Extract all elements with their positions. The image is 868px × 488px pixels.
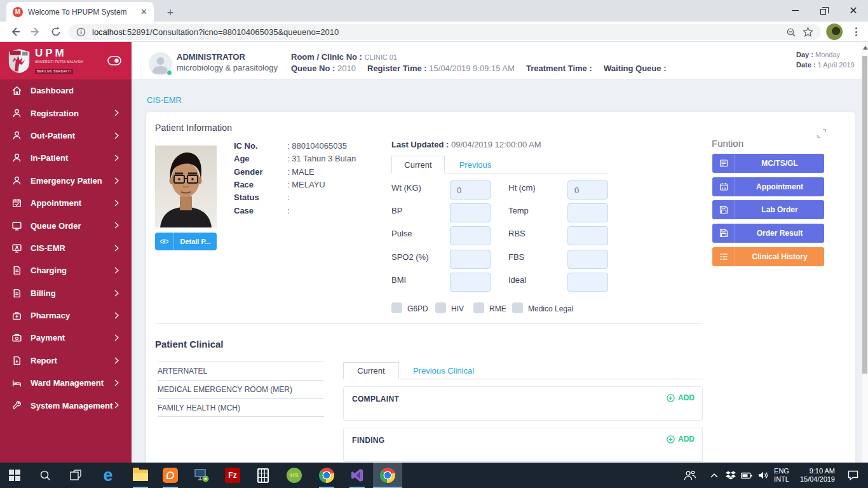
window-close-button[interactable]: ✕ [839, 0, 868, 21]
filezilla-button[interactable]: Fz [218, 463, 247, 488]
complaint-section: COMPLAINT ADD [343, 386, 703, 421]
sidebar-item-pharmacy[interactable]: Pharmacy [0, 304, 132, 327]
sidebar-item-label: Pharmacy [31, 311, 70, 320]
complaint-add-button[interactable]: ADD [667, 393, 695, 402]
vital-input-temp[interactable] [567, 203, 608, 222]
calculator-button[interactable] [248, 463, 278, 488]
heidisql-button[interactable]: HS [280, 463, 309, 488]
monitor-user-icon [11, 243, 22, 254]
sidebar-item-emergency-patient[interactable]: Emergency Patien [0, 170, 132, 192]
sidebar-toggle-icon[interactable] [107, 56, 121, 65]
xampp-button[interactable] [156, 463, 185, 488]
sidebar-item-payment[interactable]: Payment [0, 327, 132, 349]
remote-desktop-button[interactable] [187, 463, 216, 488]
sidebar-item-label: Dashboard [31, 86, 74, 95]
start-button[interactable] [0, 463, 29, 488]
sidebar-item-registration[interactable]: Registration [0, 102, 132, 124]
sidebar-item-billing[interactable]: Billing [0, 282, 132, 304]
chrome-button[interactable] [312, 463, 341, 488]
dropbox-button[interactable] [723, 463, 738, 488]
new-tab-button[interactable]: + [163, 5, 178, 20]
appointment-button[interactable]: Appointment [712, 177, 824, 196]
tray-overflow-button[interactable] [705, 463, 723, 488]
taskbar-search-button[interactable] [31, 463, 60, 488]
sidebar-item-appointment[interactable]: Appointment [0, 192, 132, 214]
clinical-list-item[interactable]: FAMILY HEALTH (MCH) [158, 398, 324, 417]
site-info-icon[interactable] [76, 27, 86, 37]
sidebar-item-cis-emr[interactable]: CIS-EMR [0, 237, 132, 259]
tab-clinical-current[interactable]: Current [343, 362, 399, 379]
tab-previous-clinical[interactable]: Previous Clinical [399, 362, 488, 379]
language-indicator[interactable]: ENG INTL [770, 463, 793, 488]
finding-add-button[interactable]: ADD [667, 435, 695, 444]
browser-profile-avatar[interactable] [826, 24, 843, 40]
forward-button[interactable] [28, 24, 43, 39]
browser-menu-icon[interactable] [850, 24, 862, 39]
plus-circle-icon [667, 394, 675, 402]
sidebar-item-system-management[interactable]: System Management [0, 394, 132, 416]
sidebar-item-in-patient[interactable]: In-Patient [0, 147, 132, 169]
vital-label: Ht (cm) [508, 183, 536, 193]
sidebar-item-out-patient[interactable]: Out-Patient [0, 125, 132, 147]
visual-studio-button[interactable] [342, 463, 372, 488]
volume-button[interactable] [755, 463, 771, 488]
clinical-list-item[interactable]: ARTERNATEL [158, 362, 324, 380]
vital-input-ideal[interactable] [567, 273, 608, 292]
tab-previous[interactable]: Previous [445, 156, 506, 173]
checkbox-rme[interactable] [473, 302, 484, 313]
sidebar-item-report[interactable]: Report [0, 349, 132, 372]
task-view-button[interactable] [61, 463, 90, 488]
edge-button[interactable]: e [93, 463, 123, 488]
checkbox-g6pd[interactable] [391, 302, 402, 313]
vital-input-rbs[interactable] [567, 226, 608, 245]
scrollbar-thumb[interactable] [862, 56, 867, 374]
breadcrumb[interactable]: CIS-EMR [147, 95, 182, 105]
checkbox-hiv[interactable] [435, 302, 446, 313]
lab-order-button[interactable]: Lab Order [712, 200, 824, 219]
tab-favicon-icon [13, 7, 23, 17]
visual-studio-icon [350, 468, 364, 482]
sidebar-item-dashboard[interactable]: Dashboard [0, 79, 132, 102]
patient-photo [155, 146, 217, 227]
order-result-button[interactable]: Order Result [712, 224, 824, 243]
people-button[interactable] [679, 463, 702, 488]
vital-input-pulse[interactable] [450, 226, 491, 245]
vital-label: Wt (KG) [391, 183, 421, 193]
bookmark-star-icon[interactable] [803, 27, 813, 37]
battery-button[interactable] [738, 463, 755, 488]
eye-icon [155, 233, 174, 250]
browser-tab[interactable]: Welcome To HPUPM System ✕ [6, 2, 154, 22]
sidebar-item-queue-order[interactable]: Queue Order [0, 214, 132, 236]
vital-input-bmi[interactable] [450, 273, 491, 292]
clinical-history-button[interactable]: Clinical History [712, 247, 824, 266]
detail-patient-button[interactable]: Detail P... [155, 233, 217, 250]
clinical-list-item[interactable]: MEDICAL EMERGENCY ROOM (MER) [158, 380, 324, 398]
chrome-active-button[interactable] [373, 463, 402, 488]
vital-input-fbs[interactable] [567, 250, 608, 269]
window-minimize-button[interactable] [780, 0, 810, 21]
sidebar-item-label: In-Patient [31, 153, 68, 163]
user-icon [11, 108, 22, 119]
file-explorer-button[interactable] [126, 463, 155, 488]
vital-input-ht[interactable] [567, 180, 608, 200]
scrollbar-up-arrow[interactable] [863, 46, 868, 50]
vital-input-bp[interactable] [450, 203, 491, 222]
expand-icon[interactable] [817, 129, 826, 138]
clock[interactable]: 9:10 AM 15/04/2019 [793, 463, 837, 488]
window-restore-button[interactable] [810, 0, 839, 21]
chevron-right-icon [114, 357, 119, 364]
url-bar[interactable]: localhost:52891/Consultation?icno=880104… [69, 24, 821, 40]
tab-close-icon[interactable]: ✕ [140, 7, 147, 17]
mc-ts-gl-button[interactable]: MC/TS/GL [712, 154, 824, 173]
vital-input-spo2[interactable] [450, 250, 491, 269]
action-center-button[interactable] [840, 463, 865, 488]
reload-button[interactable] [48, 24, 64, 39]
sidebar-item-ward-management[interactable]: Ward Management [0, 372, 132, 394]
checkbox-medico-legal[interactable] [512, 302, 523, 313]
vital-input-wt[interactable] [450, 180, 491, 200]
tab-current[interactable]: Current [391, 156, 445, 173]
back-button[interactable] [8, 24, 23, 39]
url-path: :52891/Consultation?icno=880104065035&qu… [125, 27, 339, 37]
sidebar-item-charging[interactable]: Charging [0, 259, 132, 281]
zoom-indicator-icon[interactable] [786, 27, 796, 37]
